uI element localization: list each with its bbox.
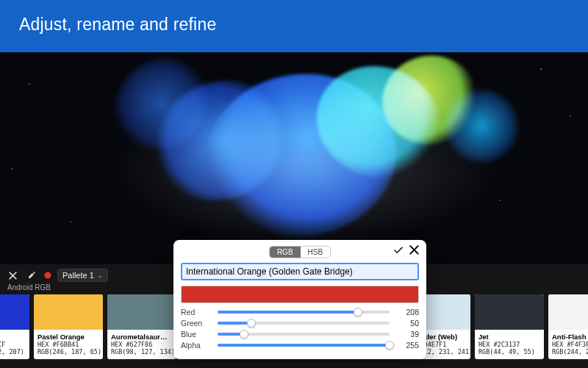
hero-image xyxy=(0,52,588,264)
swatch-meta: Aurometalsaur…HEX #627F86RGB(98, 127, 13… xyxy=(107,330,176,359)
swatch-meta: …an BlueHEX #1F34CFRGB(31, 52, 207) xyxy=(0,330,29,359)
swatch-rgb: RGB(98, 127, 134) xyxy=(111,348,173,355)
swatch-hex: HEX #1F34CF xyxy=(0,341,26,348)
slider-row-alpha: Alpha255 xyxy=(181,341,419,350)
eyedropper-icon[interactable] xyxy=(25,269,38,282)
swatch-chip xyxy=(107,294,176,330)
current-color-dot xyxy=(44,272,51,279)
swatch-hex: HEX #F6BB41 xyxy=(37,341,99,348)
swatch-hex: HEX #F4F3F4 xyxy=(552,341,588,348)
swatch-card[interactable]: …an BlueHEX #1F34CFRGB(31, 52, 207) xyxy=(0,294,29,359)
mode-hsb[interactable]: HSB xyxy=(301,247,331,258)
slider-thumb[interactable] xyxy=(354,308,362,316)
swatch-chip xyxy=(475,294,544,330)
color-name-input[interactable] xyxy=(181,263,419,280)
swatch-card[interactable]: JetHEX #2C3137RGB(44, 49, 55) xyxy=(475,294,544,359)
swatch-name: …an Blue xyxy=(0,333,26,341)
mode-rgb[interactable]: RGB xyxy=(270,247,301,258)
chevron-down-icon: ⌄ xyxy=(97,272,103,279)
color-editor-popup: RGB HSB Red208Green50Blue39Alpha255 xyxy=(173,240,426,359)
slider-thumb[interactable] xyxy=(247,319,256,328)
slider-row-green: Green50 xyxy=(181,319,419,328)
swatch-rgb: RGB(244, 243, 244) xyxy=(552,348,588,355)
swatch-name: Aurometalsaur… xyxy=(111,333,173,341)
swatch-card[interactable]: Anti-Flash WhiteHEX #F4F3F4RGB(244, 243,… xyxy=(548,294,588,359)
swatch-card[interactable]: Aurometalsaur…HEX #627F86RGB(98, 127, 13… xyxy=(107,294,176,359)
slider-thumb[interactable] xyxy=(385,341,394,350)
page-title: Adjust, rename and refine xyxy=(19,15,216,34)
slider-label: Alpha xyxy=(181,341,213,350)
color-mode-segmented[interactable]: RGB HSB xyxy=(269,246,331,258)
palette-name: Pallete 1 xyxy=(62,271,94,280)
swatch-meta: JetHEX #2C3137RGB(44, 49, 55) xyxy=(475,330,544,359)
slider-value: 39 xyxy=(394,330,419,339)
close-icon[interactable] xyxy=(6,269,19,282)
slider-value: 50 xyxy=(394,319,419,328)
swatch-name: Jet xyxy=(478,333,540,341)
palette-dropdown[interactable]: Pallete 1 ⌄ xyxy=(57,269,108,282)
slider-row-blue: Blue39 xyxy=(181,330,419,339)
close-button[interactable] xyxy=(409,245,419,258)
swatch-meta: Anti-Flash WhiteHEX #F4F3F4RGB(244, 243,… xyxy=(548,330,588,359)
slider-row-red: Red208 xyxy=(181,308,419,316)
green-slider[interactable] xyxy=(218,322,390,325)
swatch-name: Pastel Orange xyxy=(37,333,99,341)
color-preview xyxy=(181,286,419,303)
blue-slider[interactable] xyxy=(218,333,390,336)
palette-strip: Pallete 1 ⌄ Android RGB …an BlueHEX #1F3… xyxy=(0,264,588,368)
page-title-banner: Adjust, rename and refine xyxy=(0,0,588,52)
slider-thumb[interactable] xyxy=(240,330,248,339)
swatch-rgb: RGB(31, 52, 207) xyxy=(0,348,26,355)
swatch-rgb: RGB(44, 49, 55) xyxy=(478,348,540,355)
swatch-chip xyxy=(0,294,29,330)
swatch-chip xyxy=(34,294,103,330)
swatch-hex: HEX #627F86 xyxy=(111,341,173,348)
swatch-chip xyxy=(548,294,588,330)
slider-value: 255 xyxy=(394,341,419,350)
slider-value: 208 xyxy=(394,308,419,316)
swatch-meta: Pastel OrangeHEX #F6BB41RGB(246, 187, 65… xyxy=(34,330,103,359)
slider-label: Red xyxy=(181,308,213,316)
swatch-rgb: RGB(246, 187, 65) xyxy=(37,348,99,355)
alpha-slider[interactable] xyxy=(218,344,390,347)
slider-label: Green xyxy=(181,319,213,328)
slider-label: Blue xyxy=(181,330,213,339)
red-slider[interactable] xyxy=(218,311,390,314)
swatch-card[interactable]: Pastel OrangeHEX #F6BB41RGB(246, 187, 65… xyxy=(34,294,103,359)
swatch-name: Anti-Flash White xyxy=(552,333,588,341)
confirm-button[interactable] xyxy=(393,245,404,258)
swatch-hex: HEX #2C3137 xyxy=(478,341,540,348)
